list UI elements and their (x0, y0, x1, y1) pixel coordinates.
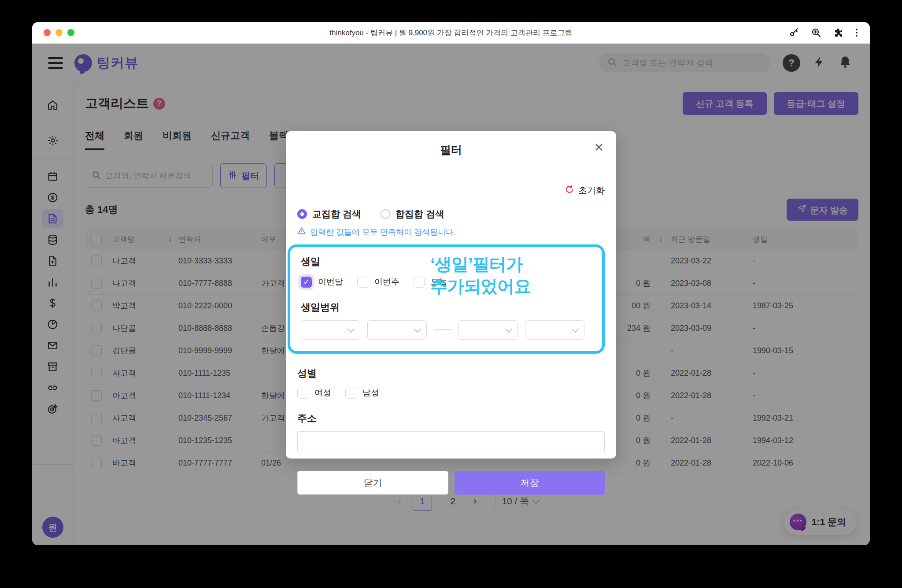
address-label: 주소 (297, 412, 605, 425)
this-month-checkbox[interactable]: ✓ (301, 277, 312, 288)
male-checkbox[interactable] (345, 388, 356, 399)
this-month-label: 이번달 (318, 276, 343, 288)
range-dash (434, 329, 451, 330)
browser-titlebar: thinkofyou - 팅커뷰 | 월 9,900원 가장 합리적인 가격의 … (32, 22, 870, 44)
range-start-month-select[interactable] (367, 320, 427, 340)
browser-tab-title: thinkofyou - 팅커뷰 | 월 9,900원 가장 합리적인 가격의 … (32, 28, 870, 38)
radio-selected-icon (297, 209, 307, 219)
radio-intersection-label: 교집합 검색 (312, 208, 361, 220)
radio-union-search[interactable]: 합집합 검색 (381, 208, 444, 220)
browser-window: thinkofyou - 팅커뷰 | 월 9,900원 가장 합리적인 가격의 … (32, 22, 870, 545)
intersection-info-text: 입력한 값들에 모두 만족해야 검색됩니다. (310, 227, 456, 237)
range-end-month-select[interactable] (525, 320, 584, 340)
modal-title: 필터 (297, 143, 605, 157)
range-end-year-select[interactable] (458, 320, 518, 340)
female-label: 여성 (314, 387, 331, 399)
this-week-checkbox[interactable] (357, 277, 368, 288)
birthday-filter-highlight: 생일 ✓ 이번달 이번주 오늘 ‘생일’필터가 추가되었어요 생일범위 (288, 244, 605, 354)
birthday-range-label: 생일범위 (301, 301, 591, 314)
modal-close-icon[interactable]: ✕ (594, 142, 604, 154)
reset-button[interactable]: 초기화 (297, 185, 605, 196)
radio-unselected-icon (381, 209, 390, 219)
address-input[interactable] (297, 431, 605, 452)
male-label: 남성 (362, 387, 379, 399)
range-start-year-select[interactable] (301, 320, 360, 340)
chevron-down-icon (505, 325, 513, 333)
gender-label: 성별 (297, 367, 605, 380)
this-week-label: 이번주 (374, 276, 399, 288)
radio-union-label: 합집합 검색 (396, 208, 444, 220)
female-checkbox[interactable] (297, 388, 308, 399)
app-viewport: 팅커뷰 고객명 또는 연락처 검색 ? $ (32, 44, 870, 545)
today-checkbox[interactable] (414, 277, 425, 288)
close-button[interactable]: 닫기 (297, 471, 448, 495)
filter-modal: 필터 ✕ 초기화 교집합 검색 합집합 검색 입력한 값들에 모두 만족해야 검… (286, 131, 616, 459)
chevron-down-icon (414, 325, 421, 333)
reset-label: 초기화 (578, 185, 605, 196)
save-button[interactable]: 저장 (455, 471, 605, 495)
chevron-down-icon (347, 325, 355, 333)
warning-triangle-icon (297, 226, 306, 237)
radio-intersection-search[interactable]: 교집합 검색 (297, 208, 361, 220)
chevron-down-icon (572, 325, 579, 333)
feature-callout-text: ‘생일’필터가 추가되었어요 (430, 253, 531, 297)
reset-icon (565, 185, 574, 196)
